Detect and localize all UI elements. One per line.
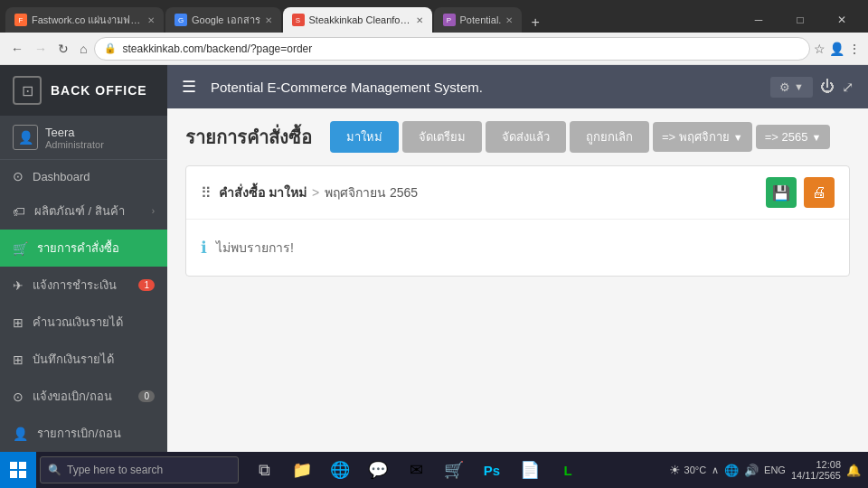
sidebar-nav: ⊙ Dashboard 🏷 ผลิตภัณฑ์ / สินค้า › 🛒 ราย… — [0, 160, 167, 452]
taskbar-app-photoshop[interactable]: Ps — [474, 452, 510, 488]
refresh-button[interactable]: ↻ — [54, 40, 72, 58]
tab-new[interactable]: มาใหม่ — [330, 121, 399, 153]
taskbar-app-email[interactable]: ✉ — [398, 452, 434, 488]
record-icon: ⊞ — [13, 352, 24, 367]
tab-sent[interactable]: จัดส่งแล้ว — [486, 121, 566, 153]
tab-title-2: Google เอกสาร — [192, 12, 260, 28]
network-icon[interactable]: 🌐 — [724, 464, 739, 477]
topbar: ☰ Potential E-Commerce Management System… — [167, 65, 868, 108]
card-body: ℹ ไม่พบรายการ! — [186, 220, 849, 276]
tab-close-2[interactable]: ✕ — [265, 15, 272, 25]
sidebar-item-dashboard[interactable]: ⊙ Dashboard — [0, 160, 167, 192]
sidebar-item-record[interactable]: ⊞ บันทึกเงินรายได้ — [0, 341, 167, 378]
sidebar-item-withdraw[interactable]: 👤 รายการเบิก/ถอน — [0, 415, 167, 452]
taskbar-app-acrobat[interactable]: 📄 — [512, 452, 548, 488]
breadcrumb-current: พฤศจิกายน 2565 — [325, 183, 418, 202]
topbar-actions: ⚙ ▼ ⏻ ⤢ — [770, 77, 854, 98]
taskbar-search[interactable]: 🔍 Type here to search — [40, 456, 239, 483]
topbar-power-button[interactable]: ⏻ — [820, 79, 835, 95]
sidebar-item-label: รายการคำสั่งซื้อ — [37, 239, 119, 258]
card-print-button[interactable]: 🖨 — [804, 177, 835, 208]
tab-close-3[interactable]: ✕ — [416, 15, 423, 25]
topbar-expand-button[interactable]: ⤢ — [842, 79, 854, 96]
taskbar: 🔍 Type here to search ⧉ 📁 🌐 💬 ✉ 🛒 Ps 📄 L — [0, 452, 868, 488]
products-icon: 🏷 — [13, 204, 25, 219]
tray-chevron-icon[interactable]: ∧ — [712, 465, 719, 476]
taskbar-app-store[interactable]: 🛒 — [436, 452, 472, 488]
tab-close-4[interactable]: ✕ — [505, 15, 513, 25]
sidebar: ⊡ BACK OFFICE 👤 Teera Administrator ⊙ Da… — [0, 65, 167, 452]
taskbar-app-line[interactable]: L — [550, 452, 586, 488]
taskbar-search-icon: 🔍 — [48, 464, 61, 476]
start-button[interactable] — [0, 452, 36, 488]
breadcrumb-root: คำสั่งซื้อ มาใหม่ — [219, 183, 307, 202]
tab-title-3: Steakkinkab Cleanfood. — [309, 14, 411, 25]
empty-message: ℹ ไม่พบรายการ! — [201, 238, 835, 258]
brand-title: BACK OFFICE — [51, 83, 147, 98]
weather-temp: 30°C — [684, 465, 707, 475]
maximize-button[interactable]: □ — [779, 7, 821, 33]
browser-tab-2[interactable]: G Google เอกสาร ✕ — [165, 7, 281, 33]
orders-icon: 🛒 — [13, 241, 28, 256]
sidebar-item-payment[interactable]: ✈ แจ้งการชำระเงิน 1 — [0, 267, 167, 304]
card-header-actions: 💾 🖨 — [766, 177, 835, 208]
card-save-button[interactable]: 💾 — [766, 177, 797, 208]
browser-tab-3[interactable]: S Steakkinkab Cleanfood. ✕ — [283, 7, 432, 33]
notification-icon[interactable]: 🔔 — [846, 464, 861, 477]
language-label[interactable]: ENG — [764, 465, 786, 475]
chevron-right-icon: › — [152, 206, 155, 216]
sidebar-item-label: บันทึกเงินรายได้ — [33, 350, 114, 369]
withdraw-icon: 👤 — [13, 427, 28, 441]
month-filter[interactable]: => พฤศจิกาย ▼ — [653, 122, 752, 152]
minimize-button[interactable]: ─ — [738, 7, 779, 33]
browser-tab-4[interactable]: P Potential. ✕ — [434, 7, 523, 33]
settings-button[interactable]: ⋮ — [848, 42, 861, 56]
year-filter[interactable]: => 2565 ▼ — [756, 125, 831, 149]
sidebar-item-cancel-notify[interactable]: ⊙ แจ้งขอเบิก/ถอน 0 — [0, 378, 167, 415]
tab-favicon-2: G — [175, 14, 187, 26]
close-window-button[interactable]: ✕ — [821, 7, 863, 33]
sidebar-item-label: คำนวณเงินรายได้ — [33, 313, 123, 332]
volume-icon[interactable]: 🔊 — [744, 464, 759, 477]
photoshop-icon: Ps — [484, 463, 500, 478]
empty-text: ไม่พบรายการ! — [216, 238, 294, 258]
tab-preparing[interactable]: จัดเตรียม — [402, 121, 482, 153]
forward-button[interactable]: → — [31, 40, 51, 58]
bookmark-button[interactable]: ☆ — [814, 42, 826, 56]
menu-toggle-icon[interactable]: ☰ — [182, 77, 196, 97]
tab-close-1[interactable]: ✕ — [147, 15, 155, 25]
sidebar-item-calculate[interactable]: ⊞ คำนวณเงินรายได้ — [0, 304, 167, 341]
cancel-notify-badge: 0 — [138, 390, 155, 402]
tab-favicon-3: S — [292, 14, 305, 26]
browser-tab-1[interactable]: F Fastwork.co แผ่นงามฟรีแลนซ์คุ... ✕ — [5, 7, 164, 33]
address-bar[interactable]: 🔒 steakkinkab.com/backend/?page=order — [94, 37, 810, 61]
sidebar-item-orders[interactable]: 🛒 รายการคำสั่งซื้อ — [0, 230, 167, 267]
taskbar-app-files[interactable]: 📁 — [284, 452, 320, 488]
card-header: ⠿ คำสั่งซื้อ มาใหม่ > พฤศจิกายน 2565 💾 🖨 — [186, 166, 849, 220]
tab-cancelled[interactable]: ถูกยกเลิก — [570, 121, 649, 153]
month-chevron-icon: ▼ — [733, 132, 743, 143]
acrobat-icon: 📄 — [520, 460, 540, 480]
taskbar-app-task-view[interactable]: ⧉ — [246, 452, 282, 488]
new-tab-button[interactable]: + — [524, 13, 546, 33]
sidebar-brand: ⊡ BACK OFFICE — [0, 65, 167, 116]
page-header: รายการคำสั่งซื้อ มาใหม่ จัดเตรียม จัดส่ง… — [167, 108, 868, 165]
profile-button[interactable]: 👤 — [829, 42, 844, 56]
grid-icon: ⠿ — [201, 184, 212, 202]
taskbar-app-chat[interactable]: 💬 — [360, 452, 396, 488]
svg-rect-3 — [19, 471, 26, 478]
taskbar-clock[interactable]: 12:08 14/11/2565 — [791, 459, 841, 481]
sidebar-item-products[interactable]: 🏷 ผลิตภัณฑ์ / สินค้า › — [0, 192, 167, 230]
home-button[interactable]: ⌂ — [76, 40, 90, 58]
topbar-settings-button[interactable]: ⚙ ▼ — [770, 77, 813, 98]
weather-widget[interactable]: ☀ 30°C — [669, 463, 707, 477]
sidebar-user: 👤 Teera Administrator — [0, 116, 167, 160]
back-button[interactable]: ← — [7, 40, 27, 58]
tab-bar: มาใหม่ จัดเตรียม จัดส่งแล้ว ถูกยกเลิก =>… — [330, 121, 830, 153]
system-tray: ☀ 30°C ∧ 🌐 🔊 ENG 12:08 14/11/2565 🔔 — [662, 459, 868, 481]
taskbar-app-chrome[interactable]: 🌐 — [322, 452, 358, 488]
sidebar-item-label: ผลิตภัณฑ์ / สินค้า — [34, 202, 143, 221]
topbar-title: Potential E-Commerce Management System. — [211, 80, 770, 95]
taskbar-date: 14/11/2565 — [791, 470, 841, 481]
info-icon: ℹ — [201, 238, 207, 258]
